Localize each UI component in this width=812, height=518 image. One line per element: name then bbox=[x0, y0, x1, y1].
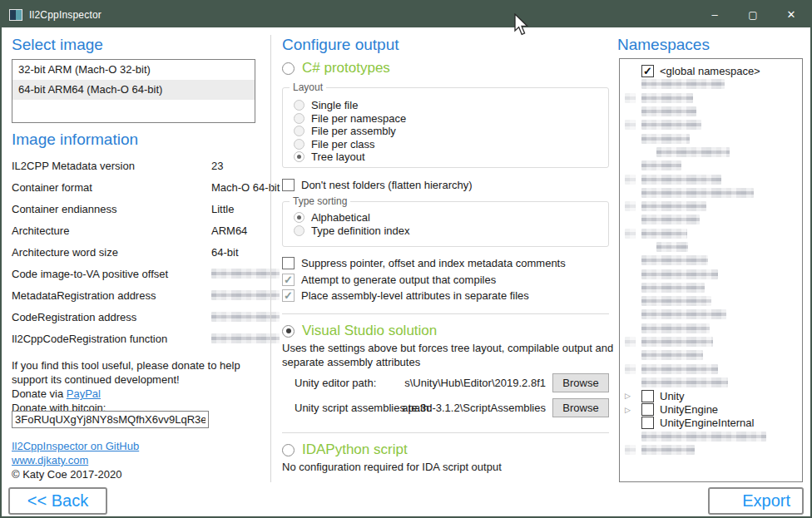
namespace-item-redacted[interactable] bbox=[620, 430, 802, 443]
radio-option[interactable]: Type definition index bbox=[294, 224, 608, 238]
csharp-prototypes-radio[interactable]: C# prototypes bbox=[282, 60, 390, 76]
image-list-item[interactable]: 64-bit ARM64 (Mach-O 64-bit) bbox=[12, 80, 255, 100]
image-info-table: IL2CPP Metadata version23Container forma… bbox=[12, 160, 255, 354]
radio-icon[interactable] bbox=[282, 325, 295, 338]
radio-option[interactable]: File per namespace bbox=[294, 112, 608, 126]
maximize-button[interactable]: ▢ bbox=[734, 2, 772, 27]
namespace-item-redacted[interactable] bbox=[620, 159, 802, 172]
namespace-item-redacted[interactable] bbox=[620, 131, 802, 145]
info-value: ARM64 bbox=[211, 224, 247, 237]
browse-unity-editor-button[interactable]: Browse bbox=[552, 373, 609, 392]
redacted-expander bbox=[625, 120, 636, 130]
checkbox-icon[interactable]: ✓ bbox=[282, 274, 295, 286]
type-sorting-group-label: Type sorting bbox=[290, 195, 350, 207]
namespace-item-redacted[interactable] bbox=[620, 146, 802, 159]
export-button[interactable]: Export bbox=[708, 487, 804, 515]
bitcoin-address-input[interactable] bbox=[12, 411, 209, 428]
unity-editor-path-value[interactable]: s\Unity\Hub\Editor\2019.2.8f1 bbox=[404, 377, 546, 389]
redacted-namespace bbox=[641, 201, 706, 211]
image-listbox[interactable]: 32-bit ARM (Mach-O 32-bit)64-bit ARM64 (… bbox=[12, 59, 255, 123]
namespace-item-redacted[interactable] bbox=[620, 254, 802, 267]
browse-unity-assemblies-button[interactable]: Browse bbox=[552, 398, 609, 417]
radio-icon[interactable] bbox=[294, 151, 304, 162]
idapython-script-radio[interactable]: IDAPython script bbox=[282, 442, 408, 458]
info-label: Container format bbox=[12, 181, 92, 194]
radio-icon[interactable] bbox=[294, 126, 304, 136]
namespace-item-redacted[interactable] bbox=[620, 172, 802, 185]
radio-icon[interactable] bbox=[294, 212, 304, 223]
namespace-item-redacted[interactable] bbox=[620, 240, 802, 254]
redacted-namespace bbox=[641, 283, 705, 293]
layout-groupbox: Layout Single fileFile per namespaceFile… bbox=[282, 87, 609, 168]
checkbox-icon[interactable] bbox=[282, 257, 295, 269]
minimize-button[interactable]: – bbox=[696, 2, 734, 27]
checkbox-icon[interactable] bbox=[282, 179, 295, 191]
namespace-item[interactable]: ✓<global namespace> bbox=[620, 64, 802, 77]
radio-icon[interactable] bbox=[282, 444, 295, 456]
dont-nest-checkbox[interactable]: Don't nest folders (flatten hierarchy) bbox=[282, 179, 473, 191]
namespace-item-redacted[interactable] bbox=[620, 200, 802, 213]
checkbox-option[interactable]: ✓Attempt to generate output that compile… bbox=[282, 272, 566, 289]
namespace-item-redacted[interactable] bbox=[620, 348, 802, 362]
radio-icon[interactable] bbox=[294, 113, 304, 124]
checkbox-option[interactable]: ✓Place assembly-level attributes in sepa… bbox=[282, 288, 566, 304]
namespace-item-redacted[interactable] bbox=[620, 105, 802, 118]
radio-option[interactable]: Tree layout bbox=[294, 150, 608, 164]
radio-option[interactable]: Single file bbox=[294, 99, 608, 112]
namespace-item-redacted[interactable] bbox=[620, 227, 802, 240]
checkbox-icon[interactable]: ✓ bbox=[282, 289, 295, 302]
close-button[interactable]: ✕ bbox=[772, 2, 810, 27]
namespace-item-redacted[interactable] bbox=[620, 118, 802, 131]
redacted-namespace bbox=[641, 337, 713, 347]
namespace-item-redacted[interactable] bbox=[620, 77, 802, 91]
back-button[interactable]: << Back bbox=[8, 487, 107, 515]
expander-icon[interactable]: ▷ bbox=[625, 406, 641, 414]
namespace-item-redacted[interactable] bbox=[620, 376, 802, 389]
radio-icon[interactable] bbox=[282, 62, 295, 75]
namespace-item[interactable]: UnityEngineInternal bbox=[620, 417, 802, 430]
namespace-item-redacted[interactable] bbox=[620, 443, 802, 456]
info-row: MetadataRegistration address bbox=[12, 289, 255, 311]
namespace-item-redacted[interactable] bbox=[620, 281, 802, 294]
paypal-link[interactable]: PayPal bbox=[67, 387, 101, 400]
expander-icon[interactable]: ▷ bbox=[625, 392, 641, 400]
image-list-item[interactable]: 32-bit ARM (Mach-O 32-bit) bbox=[12, 60, 255, 80]
radio-icon[interactable] bbox=[294, 225, 304, 236]
unity-assemblies-path-value[interactable]: ate.3d-3.1.2\ScriptAssemblies bbox=[402, 402, 546, 414]
github-link[interactable]: Il2CppInspector on GitHub bbox=[12, 440, 139, 452]
namespace-item-redacted[interactable] bbox=[620, 294, 802, 308]
namespace-item-redacted[interactable] bbox=[620, 308, 802, 321]
title-bar[interactable]: Il2CppInspector – ▢ ✕ bbox=[2, 2, 810, 27]
radio-icon[interactable] bbox=[294, 139, 304, 150]
radio-icon[interactable] bbox=[294, 100, 304, 111]
unity-editor-path-row: Unity editor path: s\Unity\Hub\Editor\20… bbox=[282, 373, 609, 393]
namespace-item-redacted[interactable] bbox=[620, 322, 802, 335]
namespace-item-redacted[interactable] bbox=[620, 363, 802, 376]
redacted-namespace bbox=[641, 323, 710, 333]
namespace-item[interactable]: ▷UnityEngine bbox=[620, 402, 802, 416]
checkbox-option[interactable]: Suppress pointer, offset and index metad… bbox=[282, 255, 566, 272]
namespace-item-redacted[interactable] bbox=[620, 267, 802, 280]
namespace-item-redacted[interactable] bbox=[620, 213, 802, 226]
redacted-expander bbox=[625, 201, 636, 211]
radio-option[interactable]: File per class bbox=[294, 138, 608, 151]
namespaces-tree[interactable]: ✓<global namespace>▷Unity▷UnityEngineUni… bbox=[619, 58, 803, 482]
namespace-item[interactable]: ▷Unity bbox=[620, 389, 802, 402]
configure-output-header: Configure output bbox=[282, 36, 399, 54]
namespace-checkbox[interactable] bbox=[641, 417, 654, 429]
namespace-checkbox[interactable]: ✓ bbox=[641, 65, 654, 77]
radio-option[interactable]: Alphabetical bbox=[294, 211, 608, 224]
visual-studio-solution-radio[interactable]: Visual Studio solution bbox=[282, 323, 437, 339]
radio-option[interactable]: File per assembly bbox=[294, 125, 608, 138]
panel-divider bbox=[270, 35, 271, 482]
namespace-item-redacted[interactable] bbox=[620, 91, 802, 105]
redacted-expander bbox=[625, 445, 636, 455]
namespace-item-redacted[interactable] bbox=[620, 335, 802, 348]
info-row: Container formatMach-O 64-bit bbox=[12, 181, 255, 203]
namespace-checkbox[interactable] bbox=[641, 403, 654, 416]
namespace-checkbox[interactable] bbox=[641, 390, 654, 402]
redacted-namespace bbox=[641, 120, 701, 130]
namespace-item-redacted[interactable] bbox=[620, 186, 802, 200]
website-link[interactable]: www.djkaty.com bbox=[12, 454, 88, 466]
radio-label: Alphabetical bbox=[311, 211, 370, 224]
